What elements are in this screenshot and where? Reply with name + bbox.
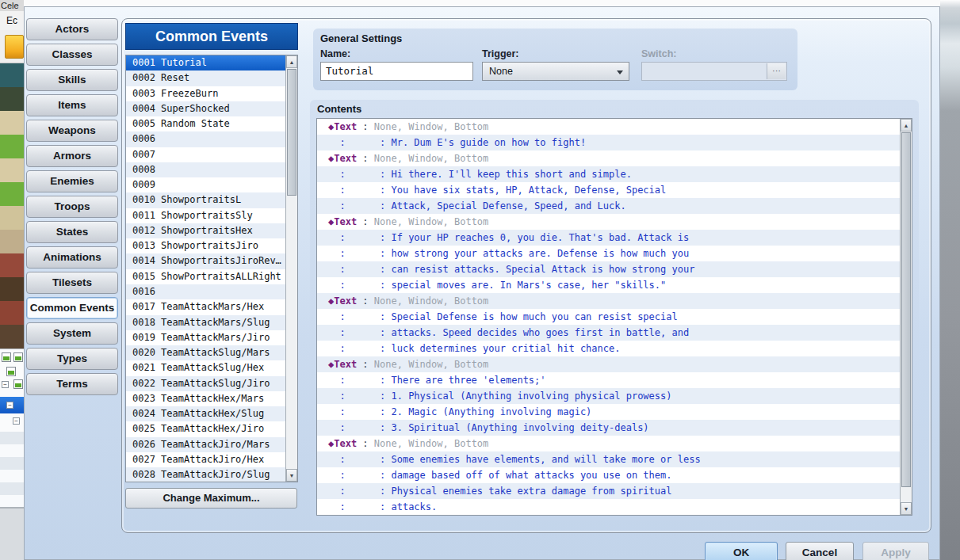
tab-system[interactable]: System	[26, 322, 118, 345]
event-text-line[interactable]: : : Hi there. I'll keep this short and s…	[317, 166, 900, 182]
tab-terms[interactable]: Terms	[26, 373, 118, 395]
event-command-line[interactable]: ◆Text : None, Window, Bottom	[317, 293, 900, 309]
map-tile	[0, 325, 24, 349]
dialog-titlebar-sliver	[20, 0, 960, 6]
event-command-line[interactable]: ◆Text : None, Window, Bottom	[317, 150, 900, 166]
common-event-item[interactable]: 0005 Random State	[126, 116, 285, 131]
scroll-down-icon[interactable]: ▼	[901, 502, 912, 515]
common-event-item[interactable]: 0024 TeamAttackHex/Slug	[126, 406, 285, 421]
event-command-list[interactable]: ◆Text : None, Window, Bottom : : Mr. Dum…	[316, 118, 912, 516]
common-event-item[interactable]: 0018 TeamAttackMars/Slug	[126, 315, 285, 330]
switch-browse-button[interactable]: ···	[767, 63, 786, 79]
map-tile	[0, 253, 24, 277]
tree-collapse-icon[interactable]: −	[2, 381, 9, 388]
common-event-item[interactable]: 0008	[126, 162, 285, 177]
ok-button[interactable]: OK	[705, 542, 778, 560]
event-text-line[interactable]: : : attacks. Speed decides who goes firs…	[317, 325, 900, 341]
map-tree-selected-row[interactable]: −	[0, 397, 24, 413]
event-command-line[interactable]: ◆Text : None, Window, Bottom	[317, 214, 900, 230]
common-event-item[interactable]: 0007	[126, 147, 285, 162]
common-event-item[interactable]: 0006	[126, 131, 285, 147]
tab-animations[interactable]: Animations	[26, 246, 118, 269]
command-text: : : how strong your attacks are. Defense…	[328, 248, 689, 259]
event-text-line[interactable]: : : There are three 'elements;'	[317, 372, 900, 388]
event-text-line[interactable]: : : attacks.	[317, 499, 900, 515]
event-text-line[interactable]: : : luck determines your critial hit cha…	[317, 341, 900, 356]
event-command-line[interactable]: ◆Text : None, Window, Bottom	[317, 356, 900, 372]
tab-enemies[interactable]: Enemies	[26, 170, 118, 192]
common-event-item[interactable]: 0028 TeamAttackJiro/Slug	[126, 467, 285, 482]
common-event-item[interactable]: 0021 TeamAttackSlug/Hex	[126, 360, 285, 375]
event-text-line[interactable]: : : 3. Spiritual (Anything involving dei…	[317, 420, 900, 436]
screen: Cele Ec − − − ActorsClassesSkillsItemsWe…	[0, 0, 960, 560]
scrollbar-thumb[interactable]	[287, 69, 296, 196]
common-events-scrollbar[interactable]: ▲ ▼	[285, 55, 297, 482]
common-event-item[interactable]: 0015 ShowPortraitsALLRight	[126, 269, 285, 284]
common-event-item[interactable]: 0014 ShowportraitsJiroRev…	[126, 253, 285, 269]
tab-weapons[interactable]: Weapons	[26, 120, 118, 142]
common-event-item[interactable]: 0016	[126, 284, 285, 299]
common-event-item[interactable]: 0011 ShowportraitsSly	[126, 208, 285, 223]
tab-troops[interactable]: Troops	[26, 196, 118, 218]
event-text-line[interactable]: : : 2. Magic (Anything involving magic)	[317, 404, 900, 420]
event-text-line[interactable]: : : how strong your attacks are. Defense…	[317, 246, 900, 261]
common-event-item[interactable]: 0010 ShowportraitsL	[126, 192, 285, 208]
common-event-item[interactable]: 0009	[126, 177, 285, 192]
common-event-item[interactable]: 0020 TeamAttackSlug/Mars	[126, 345, 285, 360]
map-tile	[0, 158, 24, 182]
common-event-item[interactable]: 0013 ShowportraitsJiro	[126, 238, 285, 253]
tab-tilesets[interactable]: Tilesets	[26, 272, 118, 294]
event-text-line[interactable]: : : You have six stats, HP, Attack, Defe…	[317, 182, 900, 198]
scroll-down-icon[interactable]: ▼	[286, 469, 297, 482]
tab-actors[interactable]: Actors	[26, 18, 118, 40]
common-event-item[interactable]: 0004 SuperShocked	[126, 101, 285, 116]
command-text: : : 3. Spiritual (Anything involving dei…	[328, 422, 649, 433]
tab-common-events[interactable]: Common Events	[26, 297, 118, 319]
common-event-item[interactable]: 0025 TeamAttackHex/Jiro	[126, 421, 285, 436]
command-text: : : attacks. Speed decides who goes firs…	[328, 327, 689, 338]
command-name: ◆Text	[328, 295, 357, 307]
tab-states[interactable]: States	[26, 221, 118, 243]
common-event-item[interactable]: 0023 TeamAttackHex/Mars	[126, 391, 285, 406]
change-maximum-button[interactable]: Change Maximum...	[125, 488, 297, 509]
event-text-line[interactable]: : : 1. Physical (Anything involving phys…	[317, 388, 900, 404]
common-event-item[interactable]: 0026 TeamAttackJiro/Mars	[126, 437, 285, 452]
event-command-line[interactable]: ◆Text : None, Window, Bottom	[317, 119, 900, 135]
tab-items[interactable]: Items	[26, 94, 118, 116]
cancel-button[interactable]: Cancel	[786, 542, 854, 560]
common-event-item[interactable]: 0002 Reset	[126, 70, 285, 86]
event-text-line[interactable]: : : Physical enemies take extra damage f…	[317, 483, 900, 499]
event-command-line[interactable]: ◆Text : None, Window, Bottom	[317, 436, 900, 451]
tab-skills[interactable]: Skills	[26, 69, 118, 91]
event-text-line[interactable]: : : damage based off of what attacks you…	[317, 467, 900, 483]
scroll-up-icon[interactable]: ▲	[901, 119, 912, 131]
event-text-line[interactable]: : : Attack, Special Defense, Speed, and …	[317, 198, 900, 214]
contents-scrollbar[interactable]: ▲ ▼	[900, 119, 912, 515]
event-text-line[interactable]: : : If your HP reaches 0, you die. That'…	[317, 230, 900, 246]
event-text-line[interactable]: : : Special Defense is how much you can …	[317, 309, 900, 325]
event-text-line[interactable]: : : special moves are. In Mars's case, h…	[317, 277, 900, 293]
scroll-up-icon[interactable]: ▲	[286, 55, 297, 68]
map-tile	[0, 63, 24, 87]
common-event-item[interactable]: 0012 ShowportraitsHex	[126, 223, 285, 238]
name-input[interactable]: Tutorial	[320, 62, 473, 81]
event-text-line[interactable]: : : Some enemies have elements, and will…	[317, 451, 900, 467]
tree-collapse-icon[interactable]: −	[13, 417, 20, 425]
common-event-item[interactable]: 0003 FreezeBurn	[126, 86, 285, 101]
tab-armors[interactable]: Armors	[26, 145, 118, 167]
tree-collapse-icon[interactable]: −	[6, 402, 13, 409]
common-event-item[interactable]: 0027 TeamAttackJiro/Hex	[126, 452, 285, 467]
common-event-item[interactable]: 0001 Tutorial	[126, 55, 285, 70]
trigger-select[interactable]: None	[482, 62, 629, 81]
tab-classes[interactable]: Classes	[26, 44, 118, 66]
common-event-item[interactable]: 0017 TeamAttackMars/Hex	[126, 299, 285, 314]
scrollbar-thumb[interactable]	[901, 132, 911, 487]
contents-panel: Contents ◆Text : None, Window, Bottom : …	[310, 100, 919, 520]
common-event-item[interactable]: 0022 TeamAttackSlug/Jiro	[126, 376, 285, 391]
event-text-line[interactable]: : : Mr. Dum E's guide on how to fight!	[317, 135, 900, 150]
event-text-line[interactable]: : : can resist attacks. Special Attack i…	[317, 261, 900, 277]
tab-types[interactable]: Types	[26, 348, 118, 370]
command-text: : : Mr. Dum E's guide on how to fight!	[328, 137, 586, 148]
common-event-item[interactable]: 0019 TeamAttackMars/Jiro	[126, 330, 285, 345]
apply-button[interactable]: Apply	[862, 542, 929, 560]
